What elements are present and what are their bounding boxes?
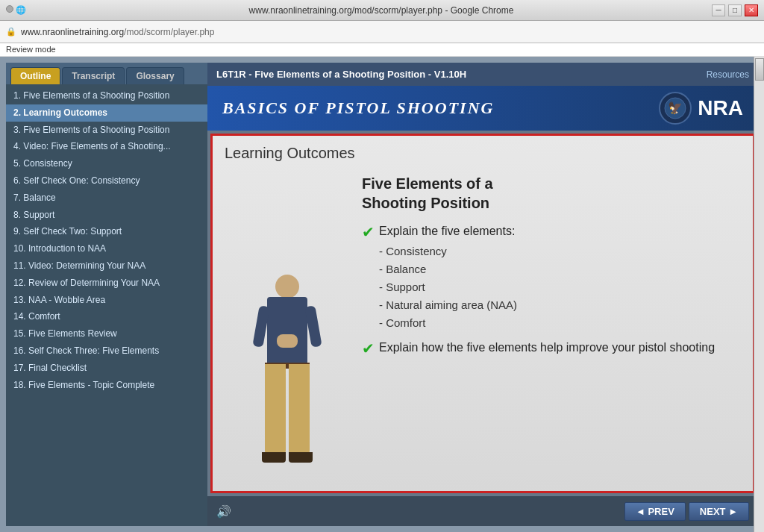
outline-item-2[interactable]: 2. Learning Outcomes	[6, 104, 207, 122]
outline-item-16[interactable]: 16. Self Check Three: Five Elements	[6, 342, 207, 360]
bullet-1-text: Explain the five elements: - Consistency…	[379, 223, 517, 332]
person-shoe-left	[262, 452, 286, 463]
outline-item-6[interactable]: 6. Self Check One: Consistency	[6, 172, 207, 190]
resources-button[interactable]: Resources	[707, 69, 749, 80]
bullet-2: ✔ Explain how the five elements help imp…	[362, 339, 741, 357]
outline-item-3[interactable]: 3. Five Elements of a Shooting Position	[6, 122, 207, 139]
sub-bullet-5: - Comfort	[379, 314, 517, 332]
sub-bullet-1: - Consistency	[379, 242, 517, 260]
nra-eagle-icon: 🦅	[659, 92, 692, 125]
outline-item-17[interactable]: 17. Final Checklist	[6, 360, 207, 377]
nra-text-logo: NRA	[698, 96, 743, 120]
outline-list: 1. Five Elements of a Shooting Position …	[6, 84, 207, 526]
bullet-2-text: Explain how the five elements help impro…	[379, 339, 715, 356]
maximize-button[interactable]: □	[728, 4, 742, 16]
minimize-button[interactable]: ─	[712, 4, 725, 16]
outline-item-5[interactable]: 5. Consistency	[6, 155, 207, 172]
person-illustration	[250, 275, 325, 484]
outline-item-10[interactable]: 10. Introduction to NAA	[6, 240, 207, 257]
outline-item-7[interactable]: 7. Balance	[6, 190, 207, 207]
outline-item-18[interactable]: 18. Five Elements - Topic Complete	[6, 377, 207, 394]
person-hands	[277, 334, 298, 348]
browser-titlebar: 🌐 www.nraonlinetraining.org/mod/scorm/pl…	[0, 0, 764, 21]
nra-banner: Basics of Pistol Shooting 🦅 NRA	[207, 86, 758, 131]
sidebar-tabs: Outline Transcript Glossary	[6, 63, 207, 84]
tab-transcript[interactable]: Transcript	[62, 67, 125, 84]
bullet-1: ✔ Explain the five elements: - Consisten…	[362, 223, 741, 332]
slide-content: Learning Outcomes	[210, 134, 755, 493]
content-area: L6T1R - Five Elements of a Shooting Posi…	[207, 63, 758, 526]
next-button[interactable]: NEXT ►	[689, 502, 749, 521]
outline-item-11[interactable]: 11. Video: Determining Your NAA	[6, 257, 207, 275]
outline-item-12[interactable]: 12. Review of Determining Your NAA	[6, 275, 207, 292]
slide-text-area: Five Elements of aShooting Position ✔ Ex…	[362, 168, 753, 491]
outline-item-4[interactable]: 4. Video: Five Elements of a Shooting...	[6, 138, 207, 155]
checkmark-2: ✔	[362, 339, 375, 357]
banner-text: Basics of Pistol Shooting	[222, 98, 494, 118]
checkmark-1: ✔	[362, 223, 375, 241]
browser-icon	[6, 5, 13, 13]
person-head	[275, 275, 299, 298]
sub-bullets: - Consistency - Balance - Support - Natu…	[379, 242, 517, 332]
person-pants-left	[265, 364, 286, 454]
slide-subtitle: Five Elements of aShooting Position	[362, 174, 741, 213]
url-display: www.nraonlinetraining.org/mod/scorm/play…	[21, 27, 214, 37]
prev-button[interactable]: ◄ PREV	[624, 502, 686, 521]
sub-bullet-3: - Support	[379, 278, 517, 296]
sub-bullet-4: - Natural aiming area (NAA)	[379, 296, 517, 314]
tab-glossary[interactable]: Glossary	[126, 67, 184, 84]
bullet-1-main: Explain the five elements:	[379, 223, 517, 240]
person-shoe-right	[289, 452, 313, 463]
slide-title: Learning Outcomes	[213, 136, 753, 168]
review-mode-bar: Review mode	[0, 43, 764, 57]
content-header: L6T1R - Five Elements of a Shooting Posi…	[207, 63, 758, 86]
outline-item-15[interactable]: 15. Five Elements Review	[6, 325, 207, 342]
nav-buttons: ◄ PREV NEXT ►	[624, 502, 749, 521]
browser-title: www.nraonlinetraining.org/mod/scorm/play…	[51, 5, 712, 16]
outline-item-8[interactable]: 8. Support	[6, 207, 207, 224]
slide-body: Five Elements of aShooting Position ✔ Ex…	[213, 168, 753, 491]
tab-outline[interactable]: Outline	[10, 67, 60, 84]
bottom-controls: 🔊 ◄ PREV NEXT ►	[207, 496, 758, 526]
svg-text:🦅: 🦅	[668, 101, 683, 115]
nra-logo-area: 🦅 NRA	[659, 92, 743, 125]
sub-bullet-2: - Balance	[379, 260, 517, 278]
main-container: Outline Transcript Glossary 1. Five Elem…	[0, 57, 764, 532]
window-controls[interactable]: ─ □ ✕	[712, 4, 758, 16]
outline-item-1[interactable]: 1. Five Elements of a Shooting Position	[6, 87, 207, 104]
audio-button[interactable]: 🔊	[216, 504, 231, 519]
close-button[interactable]: ✕	[745, 4, 758, 16]
person-pants-right	[289, 364, 310, 454]
slide-figure	[213, 168, 362, 491]
lock-icon: 🔒	[6, 27, 16, 37]
content-title: L6T1R - Five Elements of a Shooting Posi…	[216, 69, 466, 80]
address-bar: 🔒 www.nraonlinetraining.org/mod/scorm/pl…	[0, 21, 764, 43]
outline-item-14[interactable]: 14. Comfort	[6, 308, 207, 325]
address-icon: 🌐	[16, 5, 26, 15]
outline-item-13[interactable]: 13. NAA - Wobble Area	[6, 292, 207, 309]
outline-item-9[interactable]: 9. Self Check Two: Support	[6, 223, 207, 240]
scrollbar[interactable]	[754, 57, 764, 532]
slide-area: Basics of Pistol Shooting 🦅 NRA Learning…	[207, 86, 758, 496]
sidebar: Outline Transcript Glossary 1. Five Elem…	[6, 63, 207, 526]
person-torso	[267, 297, 307, 364]
scrollbar-thumb[interactable]	[755, 58, 764, 81]
